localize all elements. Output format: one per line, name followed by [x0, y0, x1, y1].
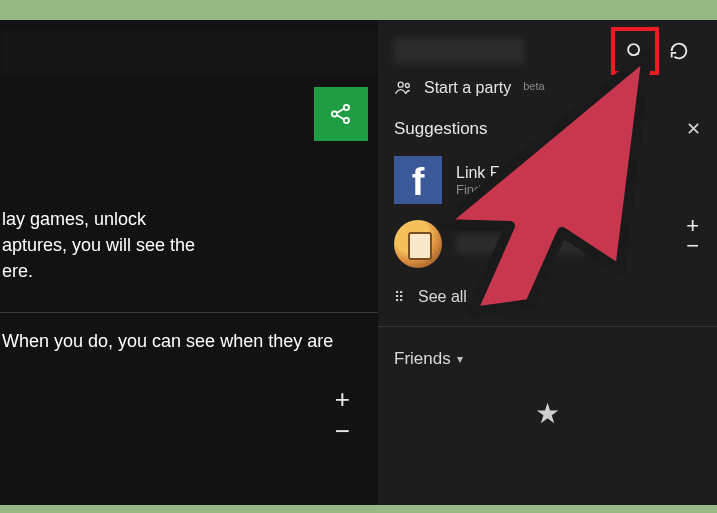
text-line: lay games, unlock [2, 206, 378, 232]
svg-point-8 [405, 84, 409, 88]
refresh-button[interactable] [657, 29, 701, 73]
minus-icon[interactable]: − [335, 417, 350, 445]
remove-friend-button[interactable]: − [686, 236, 699, 256]
add-remove-friend: + − [686, 216, 699, 256]
friend-name-blurred [456, 234, 596, 254]
favorite-star: ★ [378, 397, 717, 430]
search-icon [624, 40, 646, 62]
refresh-icon [668, 40, 690, 62]
facebook-icon: f [394, 156, 442, 204]
xbox-app-window: lay games, unlock aptures, you will see … [0, 20, 717, 505]
svg-point-5 [628, 44, 639, 55]
add-remove-controls: + − [335, 385, 350, 445]
divider [0, 312, 378, 313]
share-button[interactable] [314, 87, 368, 141]
text-line: ere. [2, 258, 378, 284]
divider [378, 326, 717, 327]
suggestion-text: Link Facebook account Find Facebook frie… [456, 164, 621, 197]
search-friends-button[interactable] [613, 29, 657, 73]
svg-line-3 [337, 109, 345, 113]
feed-item-blurred [0, 30, 378, 76]
suggestion-text [456, 234, 596, 254]
empty-feed-message: lay games, unlock aptures, you will see … [0, 206, 378, 284]
see-all-row[interactable]: ⠿ See all [378, 276, 717, 318]
chevron-down-icon: ▾ [457, 352, 463, 366]
suggestions-header: Suggestions ✕ [378, 104, 717, 148]
beta-badge: beta [523, 80, 544, 92]
friends-hint-text: When you do, you can see when they are [0, 331, 378, 352]
gamertag-blurred [394, 38, 524, 64]
svg-line-6 [638, 54, 643, 59]
friends-title: Friends [394, 349, 451, 369]
suggestions-title: Suggestions [394, 119, 488, 139]
start-party-row[interactable]: Start a party beta [378, 72, 717, 104]
friends-section-header[interactable]: Friends ▾ [378, 335, 717, 383]
grid-icon: ⠿ [394, 289, 406, 305]
share-icon [328, 101, 354, 127]
svg-line-4 [337, 115, 345, 119]
people-icon [394, 78, 414, 98]
friends-pane: Start a party beta Suggestions ✕ f Link … [378, 20, 717, 505]
friends-header [378, 20, 717, 72]
start-party-label: Start a party [424, 79, 511, 97]
text-line: aptures, you will see the [2, 232, 378, 258]
suggestion-friend[interactable]: + − [378, 212, 717, 276]
plus-icon[interactable]: + [335, 385, 350, 413]
suggestion-facebook[interactable]: f Link Facebook account Find Facebook fr… [378, 148, 717, 212]
suggestion-title: Link Facebook account [456, 164, 621, 182]
close-suggestions-button[interactable]: ✕ [686, 118, 701, 140]
activity-feed-pane: lay games, unlock aptures, you will see … [0, 20, 378, 505]
see-all-label: See all [418, 288, 467, 306]
suggestion-subtitle: Find Facebook friends [456, 182, 621, 197]
svg-point-7 [398, 82, 403, 87]
avatar [394, 220, 442, 268]
